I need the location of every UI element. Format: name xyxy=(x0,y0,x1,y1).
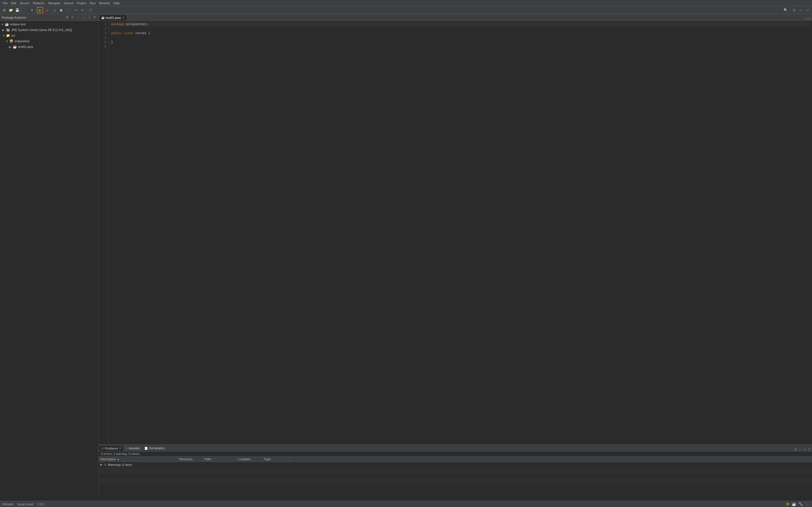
btn6-icon: ↩ xyxy=(74,8,77,12)
toolbar-right: 🔍 ⊡ — □ xyxy=(782,7,811,13)
tab-maximize-area: — □ xyxy=(803,17,812,20)
col-type-label: Type xyxy=(264,457,271,461)
toolbar-btn-8[interactable]: ⬡ xyxy=(87,7,94,13)
menu-project[interactable]: Project xyxy=(75,1,88,5)
menu-help[interactable]: Help xyxy=(112,1,121,5)
link-editor-button[interactable]: ⇔ xyxy=(70,15,75,19)
line-num-6: 6 xyxy=(99,45,106,49)
open-button[interactable]: 📁 xyxy=(8,7,14,13)
javadoc-tab-icon: ℹ xyxy=(126,447,127,450)
code-package-name: eclipsetest; xyxy=(124,22,148,26)
perspective-btn[interactable]: ⊡ xyxy=(791,7,797,13)
maximize-sidebar-button[interactable]: □ xyxy=(88,15,91,19)
new-button[interactable]: ⊞ xyxy=(1,7,7,13)
btn7-icon: ↪ xyxy=(81,8,84,12)
col-path-label: Path xyxy=(205,457,211,461)
tree-item-src[interactable]: ▼ 📁 src xyxy=(0,33,98,38)
tab-problems[interactable]: ⚠ Problems ✕ xyxy=(99,445,124,451)
cell-path xyxy=(203,462,237,467)
col-description-label: Description xyxy=(100,457,116,461)
debug-button[interactable]: 🐞 xyxy=(43,7,50,13)
tree-item-jre[interactable]: ▶ 📚 JRE System Library [Java SE 8 [1.8.0… xyxy=(0,27,98,33)
tree-item-project[interactable]: ▼ ☕ eclipse test xyxy=(0,21,98,27)
btn2-icon: ⚙ xyxy=(31,8,33,11)
menu-refactor[interactable]: Refactor xyxy=(32,1,46,5)
jre-arrow: ▶ xyxy=(2,29,6,32)
btn5-icon: ⬛ xyxy=(66,8,70,12)
package-arrow: ▼ xyxy=(6,40,9,43)
tab-close-button[interactable]: ✕ xyxy=(122,16,124,19)
status-icon-2: ☕ xyxy=(792,502,796,506)
cell-description-warnings: ▶ ⚠ Warnings (1 item) xyxy=(99,462,177,467)
project-label: eclipse test xyxy=(10,22,26,26)
btn3-icon: ◻ xyxy=(53,8,56,12)
separator-1 xyxy=(21,8,21,13)
status-writable: Writable xyxy=(2,503,13,506)
tab-test01-java[interactable]: ☕ test01.java ✕ xyxy=(99,14,127,20)
jre-icon: 📚 xyxy=(6,27,10,32)
code-closing-brace: } xyxy=(111,41,113,44)
collapse-all-button[interactable]: ⊟ xyxy=(65,15,69,19)
col-header-description[interactable]: Description ▲ xyxy=(99,456,177,462)
java-file-arrow: ▶ xyxy=(9,45,12,48)
col-header-location[interactable]: Location xyxy=(237,456,262,462)
search-button[interactable]: 🔍 xyxy=(782,7,789,13)
col-header-resource[interactable]: Resource xyxy=(177,456,203,462)
menu-window[interactable]: Window xyxy=(98,1,111,5)
tab-declaration[interactable]: 📄 Declaration xyxy=(142,445,167,451)
tab-javadoc[interactable]: ℹ Javadoc xyxy=(124,445,142,451)
status-menu-btn[interactable]: ⋮ xyxy=(781,502,784,506)
btn1-icon: ⬛ xyxy=(24,8,27,11)
bottom-tabs: ⚠ Problems ✕ ℹ Javadoc 📄 Declaration ⧖ ⋮… xyxy=(99,445,812,452)
minimize-sidebar-button[interactable]: — xyxy=(82,15,87,19)
java-file-icon: ☕ xyxy=(12,45,17,49)
status-icon-1: ⚙ xyxy=(786,502,790,506)
toolbar-btn-2[interactable]: ⚙ xyxy=(29,7,35,13)
menu-file[interactable]: File xyxy=(1,1,9,5)
toolbar-btn-3[interactable]: ◻ xyxy=(52,7,58,13)
toolbar-btn-7[interactable]: ↪ xyxy=(79,7,86,13)
save-button[interactable]: 💾 xyxy=(14,7,20,13)
btn4-icon: ◼ xyxy=(60,8,63,12)
table-row[interactable]: ▶ ⚠ Warnings (1 item) xyxy=(99,462,812,467)
tab-java-icon: ☕ xyxy=(101,16,105,19)
toolbar-btn-6[interactable]: ↩ xyxy=(73,7,79,13)
debug-icon: 🐞 xyxy=(45,8,49,12)
menu-navigate[interactable]: Navigate xyxy=(47,1,61,5)
editor-maximize-btn[interactable]: □ xyxy=(809,17,811,20)
problems-view-menu-btn[interactable]: ⋮ xyxy=(798,447,802,451)
keyword-package: package xyxy=(111,22,124,26)
problems-tab-label: Problems xyxy=(105,447,118,450)
expand-icon[interactable]: ▶ xyxy=(100,463,103,466)
code-content[interactable]: package eclipsetest; public class test01… xyxy=(109,21,812,445)
problems-tab-close[interactable]: ✕ xyxy=(119,447,121,450)
java-file-label: test01.java xyxy=(18,45,33,48)
close-sidebar-button[interactable]: ✕ xyxy=(93,15,97,19)
menu-search[interactable]: Search xyxy=(62,1,75,5)
filter-problems-btn[interactable]: ⧖ xyxy=(794,447,797,451)
line-num-4: 4 xyxy=(99,36,106,40)
menu-run[interactable]: Run xyxy=(89,1,97,5)
tree-item-java-file[interactable]: ▶ ☕ test01.java xyxy=(0,44,98,50)
minimize-window-btn[interactable]: — xyxy=(798,7,804,13)
new-icon: ⊞ xyxy=(3,8,6,12)
package-explorer-panel: Package Explorer ⊟ ⇔ ⋮ — □ ✕ ▼ ☕ eclipse… xyxy=(0,14,99,501)
tree-item-package[interactable]: ▼ 📦 eclipsetest xyxy=(0,38,98,44)
code-line-1: package eclipsetest; xyxy=(111,22,810,26)
problems-minimize-btn[interactable]: — xyxy=(803,447,807,451)
menu-source[interactable]: Source xyxy=(18,1,31,5)
code-editor[interactable]: 1 2 3 4 5 6 package eclipsetest; public … xyxy=(99,21,812,445)
editor-minimize-btn[interactable]: — xyxy=(804,17,808,20)
menu-edit[interactable]: Edit xyxy=(10,1,18,5)
toolbar-btn-4[interactable]: ◼ xyxy=(58,7,64,13)
table-row-empty-2 xyxy=(99,473,812,479)
toolbar-btn-1[interactable]: ⬛ xyxy=(22,7,29,13)
toolbar-btn-5[interactable]: ⬛ xyxy=(64,7,71,13)
view-menu-button[interactable]: ⋮ xyxy=(76,15,81,19)
run-button[interactable]: ▶ xyxy=(37,7,43,13)
col-header-path[interactable]: Path xyxy=(203,456,237,462)
problems-maximize-btn[interactable]: □ xyxy=(808,447,811,451)
line-num-5: 5 xyxy=(99,40,106,45)
col-header-type[interactable]: Type xyxy=(262,456,290,462)
maximize-window-btn[interactable]: □ xyxy=(805,7,811,13)
